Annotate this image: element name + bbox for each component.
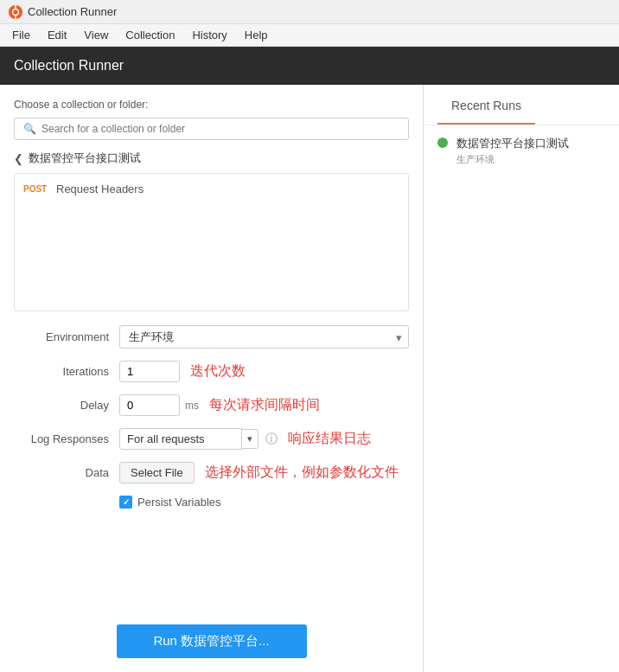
info-icon[interactable]: ⓘ <box>265 432 278 447</box>
request-name: Request Headers <box>56 182 144 195</box>
iterations-label: Iterations <box>14 365 109 378</box>
app-icon <box>9 5 22 19</box>
iterations-input[interactable] <box>119 361 180 382</box>
main-layout: Choose a collection or folder: 🔍 ❮ 数据管控平… <box>0 85 619 672</box>
back-icon[interactable]: ❮ <box>14 152 23 165</box>
delay-label: Delay <box>14 399 109 412</box>
app-header-title: Collection Runner <box>14 58 124 74</box>
delay-annotation: 每次请求间隔时间 <box>209 396 320 414</box>
delay-unit: ms <box>185 400 199 412</box>
log-select-wrapper: For all requests For failed requests No … <box>119 428 258 450</box>
app-header: Collection Runner <box>0 47 619 85</box>
iterations-row: Iterations 迭代次数 <box>14 361 409 382</box>
right-panel: Recent Runs 数据管控平台接口测试 生产环境 <box>424 85 619 672</box>
select-file-button[interactable]: Select File <box>119 462 195 483</box>
menu-help[interactable]: Help <box>236 27 277 43</box>
environment-select[interactable]: 生产环境 测试环境 开发环境 <box>119 325 409 349</box>
run-collection-name: 数据管控平台接口测试 <box>456 136 569 151</box>
environment-select-wrapper: 生产环境 测试环境 开发环境 ▾ <box>119 325 409 349</box>
title-bar: Collection Runner <box>0 0 619 24</box>
data-row: Data Select File 选择外部文件，例如参数化文件 <box>14 462 409 483</box>
requests-list: POST Request Headers <box>14 173 409 311</box>
delay-row: Delay ms 每次请求间隔时间 <box>14 394 409 416</box>
data-annotation: 选择外部文件，例如参数化文件 <box>205 464 399 482</box>
iterations-annotation: 迭代次数 <box>190 362 246 381</box>
menu-file[interactable]: File <box>3 27 39 43</box>
menu-history[interactable]: History <box>183 27 235 43</box>
environment-row: Environment 生产环境 测试环境 开发环境 ▾ <box>14 325 409 349</box>
log-annotation: 响应结果日志 <box>288 430 371 448</box>
run-button[interactable]: Run 数据管控平台... <box>117 624 307 658</box>
collection-nav: ❮ 数据管控平台接口测试 <box>14 147 409 170</box>
search-input[interactable] <box>41 123 399 135</box>
log-responses-select[interactable]: For all requests For failed requests No … <box>119 428 242 450</box>
menu-edit[interactable]: Edit <box>39 27 75 43</box>
left-panel: Choose a collection or folder: 🔍 ❮ 数据管控平… <box>0 85 424 672</box>
checkmark-icon: ✓ <box>123 497 130 507</box>
method-badge: POST <box>23 184 49 194</box>
recent-run-item[interactable]: 数据管控平台接口测试 生产环境 <box>424 125 619 176</box>
log-responses-row: Log Responses For all requests For faile… <box>14 428 409 450</box>
search-icon: 🔍 <box>23 123 36 135</box>
title-bar-text: Collection Runner <box>28 5 117 18</box>
log-select-dropdown-btn[interactable]: ▾ <box>242 429 258 449</box>
environment-label: Environment <box>14 330 109 343</box>
data-label: Data <box>14 466 109 479</box>
persist-variables-checkbox[interactable]: ✓ <box>119 496 132 509</box>
menu-view[interactable]: View <box>75 27 117 43</box>
run-environment: 生产环境 <box>456 153 569 166</box>
menu-collection[interactable]: Collection <box>117 27 183 43</box>
persist-variables-label: Persist Variables <box>137 496 221 509</box>
run-status-dot <box>437 138 448 148</box>
persist-variables-row: ✓ Persist Variables <box>119 496 409 509</box>
request-item[interactable]: POST Request Headers <box>15 179 408 199</box>
log-responses-label: Log Responses <box>14 432 109 445</box>
delay-input[interactable] <box>119 394 180 416</box>
choose-label: Choose a collection or folder: <box>14 99 409 111</box>
menu-bar: File Edit View Collection History Help <box>0 24 619 47</box>
run-info: 数据管控平台接口测试 生产环境 <box>456 136 569 166</box>
recent-runs-tab[interactable]: Recent Runs <box>437 88 535 125</box>
search-box: 🔍 <box>14 118 409 140</box>
collection-name: 数据管控平台接口测试 <box>29 150 141 166</box>
